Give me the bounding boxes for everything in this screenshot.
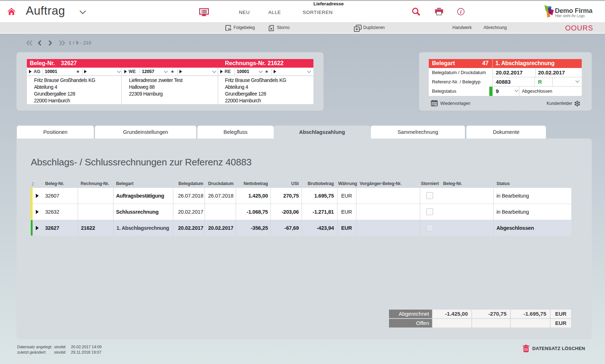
svg-text:i: i	[460, 9, 462, 15]
